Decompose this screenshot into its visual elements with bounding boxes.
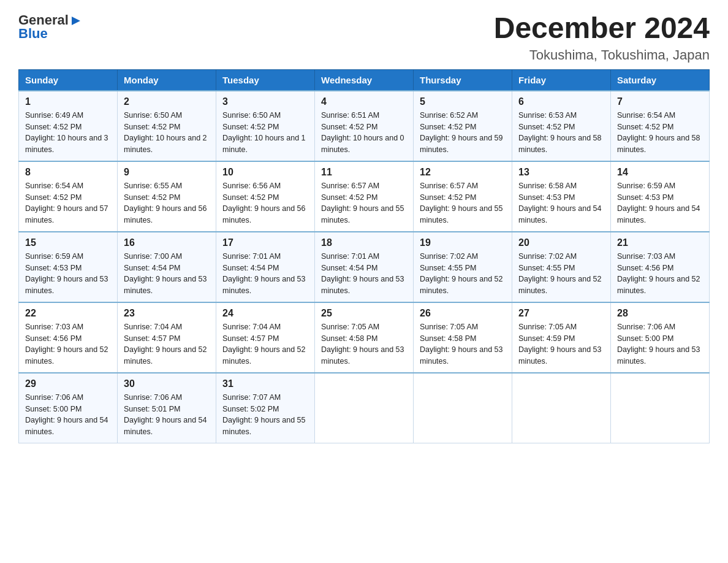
day-number: 18 [321, 237, 407, 248]
day-number: 30 [124, 378, 210, 389]
calendar-cell [315, 373, 414, 443]
day-number: 24 [222, 308, 308, 319]
day-number: 19 [420, 237, 506, 248]
calendar-header-row: SundayMondayTuesdayWednesdayThursdayFrid… [19, 69, 710, 91]
day-info: Sunrise: 7:04 AMSunset: 4:57 PMDaylight:… [124, 321, 210, 367]
day-info: Sunrise: 6:59 AMSunset: 4:53 PMDaylight:… [25, 251, 111, 297]
day-info: Sunrise: 7:05 AMSunset: 4:58 PMDaylight:… [420, 321, 506, 367]
day-info: Sunrise: 7:04 AMSunset: 4:57 PMDaylight:… [222, 321, 308, 367]
calendar-cell [611, 373, 710, 443]
svg-marker-0 [72, 17, 80, 25]
calendar-cell: 9Sunrise: 6:55 AMSunset: 4:52 PMDaylight… [118, 161, 216, 232]
location-title: Tokushima, Tokushima, Japan [494, 47, 710, 63]
day-number: 3 [222, 96, 308, 107]
calendar-cell: 23Sunrise: 7:04 AMSunset: 4:57 PMDayligh… [118, 302, 216, 373]
calendar-cell: 7Sunrise: 6:54 AMSunset: 4:52 PMDaylight… [611, 91, 710, 161]
day-number: 11 [321, 167, 407, 178]
day-number: 12 [420, 167, 506, 178]
calendar-cell: 31Sunrise: 7:07 AMSunset: 5:02 PMDayligh… [216, 373, 315, 443]
day-info: Sunrise: 6:57 AMSunset: 4:52 PMDaylight:… [321, 180, 407, 226]
calendar-cell: 11Sunrise: 6:57 AMSunset: 4:52 PMDayligh… [315, 161, 414, 232]
calendar-table: SundayMondayTuesdayWednesdayThursdayFrid… [18, 69, 710, 443]
day-info: Sunrise: 7:00 AMSunset: 4:54 PMDaylight:… [124, 251, 210, 297]
day-info: Sunrise: 6:58 AMSunset: 4:53 PMDaylight:… [518, 180, 604, 226]
day-info: Sunrise: 7:01 AMSunset: 4:54 PMDaylight:… [321, 251, 407, 297]
calendar-cell: 15Sunrise: 6:59 AMSunset: 4:53 PMDayligh… [19, 232, 118, 302]
day-number: 10 [222, 167, 308, 178]
header-monday: Monday [118, 69, 216, 91]
calendar-cell: 20Sunrise: 7:02 AMSunset: 4:55 PMDayligh… [512, 232, 611, 302]
calendar-cell: 18Sunrise: 7:01 AMSunset: 4:54 PMDayligh… [315, 232, 414, 302]
calendar-cell: 4Sunrise: 6:51 AMSunset: 4:52 PMDaylight… [315, 91, 414, 161]
header-wednesday: Wednesday [315, 69, 414, 91]
day-number: 6 [518, 96, 604, 107]
calendar-cell: 19Sunrise: 7:02 AMSunset: 4:55 PMDayligh… [414, 232, 512, 302]
header-saturday: Saturday [611, 69, 710, 91]
day-info: Sunrise: 7:06 AMSunset: 5:00 PMDaylight:… [25, 392, 111, 438]
calendar-cell: 3Sunrise: 6:50 AMSunset: 4:52 PMDaylight… [216, 91, 315, 161]
logo-blue-text: Blue [18, 26, 48, 42]
calendar-cell: 12Sunrise: 6:57 AMSunset: 4:52 PMDayligh… [414, 161, 512, 232]
day-info: Sunrise: 6:50 AMSunset: 4:52 PMDaylight:… [222, 110, 308, 156]
day-info: Sunrise: 6:55 AMSunset: 4:52 PMDaylight:… [124, 180, 210, 226]
calendar-cell [414, 373, 512, 443]
day-number: 5 [420, 96, 506, 107]
day-info: Sunrise: 7:06 AMSunset: 5:00 PMDaylight:… [617, 321, 703, 367]
day-number: 4 [321, 96, 407, 107]
calendar-cell: 17Sunrise: 7:01 AMSunset: 4:54 PMDayligh… [216, 232, 315, 302]
logo-arrow-icon [70, 15, 82, 26]
day-info: Sunrise: 6:57 AMSunset: 4:52 PMDaylight:… [420, 180, 506, 226]
header-thursday: Thursday [414, 69, 512, 91]
title-block: December 2024 Tokushima, Tokushima, Japa… [494, 12, 710, 63]
day-number: 9 [124, 167, 210, 178]
day-info: Sunrise: 6:50 AMSunset: 4:52 PMDaylight:… [124, 110, 210, 156]
day-info: Sunrise: 6:54 AMSunset: 4:52 PMDaylight:… [617, 110, 703, 156]
calendar-cell: 1Sunrise: 6:49 AMSunset: 4:52 PMDaylight… [19, 91, 118, 161]
header-sunday: Sunday [19, 69, 118, 91]
day-number: 21 [617, 237, 703, 248]
day-number: 31 [222, 378, 308, 389]
day-number: 16 [124, 237, 210, 248]
day-info: Sunrise: 7:02 AMSunset: 4:55 PMDaylight:… [518, 251, 604, 297]
calendar-cell: 26Sunrise: 7:05 AMSunset: 4:58 PMDayligh… [414, 302, 512, 373]
calendar-cell: 5Sunrise: 6:52 AMSunset: 4:52 PMDaylight… [414, 91, 512, 161]
day-number: 20 [518, 237, 604, 248]
day-number: 14 [617, 167, 703, 178]
day-info: Sunrise: 6:52 AMSunset: 4:52 PMDaylight:… [420, 110, 506, 156]
calendar-cell: 22Sunrise: 7:03 AMSunset: 4:56 PMDayligh… [19, 302, 118, 373]
calendar-cell: 6Sunrise: 6:53 AMSunset: 4:52 PMDaylight… [512, 91, 611, 161]
calendar-cell: 8Sunrise: 6:54 AMSunset: 4:52 PMDaylight… [19, 161, 118, 232]
day-info: Sunrise: 7:02 AMSunset: 4:55 PMDaylight:… [420, 251, 506, 297]
day-number: 26 [420, 308, 506, 319]
day-info: Sunrise: 7:05 AMSunset: 4:58 PMDaylight:… [321, 321, 407, 367]
day-number: 29 [25, 378, 111, 389]
calendar-cell: 30Sunrise: 7:06 AMSunset: 5:01 PMDayligh… [118, 373, 216, 443]
day-number: 28 [617, 308, 703, 319]
day-number: 22 [25, 308, 111, 319]
day-info: Sunrise: 7:07 AMSunset: 5:02 PMDaylight:… [222, 392, 308, 438]
calendar-cell: 2Sunrise: 6:50 AMSunset: 4:52 PMDaylight… [118, 91, 216, 161]
day-number: 7 [617, 96, 703, 107]
header-tuesday: Tuesday [216, 69, 315, 91]
calendar-cell: 16Sunrise: 7:00 AMSunset: 4:54 PMDayligh… [118, 232, 216, 302]
calendar-cell [512, 373, 611, 443]
day-number: 8 [25, 167, 111, 178]
calendar-week-row: 15Sunrise: 6:59 AMSunset: 4:53 PMDayligh… [19, 232, 710, 302]
month-title: December 2024 [494, 12, 710, 45]
day-info: Sunrise: 7:01 AMSunset: 4:54 PMDaylight:… [222, 251, 308, 297]
calendar-week-row: 22Sunrise: 7:03 AMSunset: 4:56 PMDayligh… [19, 302, 710, 373]
day-number: 27 [518, 308, 604, 319]
day-info: Sunrise: 7:05 AMSunset: 4:59 PMDaylight:… [518, 321, 604, 367]
calendar-cell: 25Sunrise: 7:05 AMSunset: 4:58 PMDayligh… [315, 302, 414, 373]
page-header: General Blue December 2024 Tokushima, To… [18, 12, 710, 63]
calendar-week-row: 8Sunrise: 6:54 AMSunset: 4:52 PMDaylight… [19, 161, 710, 232]
calendar-cell: 14Sunrise: 6:59 AMSunset: 4:53 PMDayligh… [611, 161, 710, 232]
calendar-cell: 21Sunrise: 7:03 AMSunset: 4:56 PMDayligh… [611, 232, 710, 302]
day-info: Sunrise: 7:06 AMSunset: 5:01 PMDaylight:… [124, 392, 210, 438]
calendar-cell: 28Sunrise: 7:06 AMSunset: 5:00 PMDayligh… [611, 302, 710, 373]
day-info: Sunrise: 7:03 AMSunset: 4:56 PMDaylight:… [617, 251, 703, 297]
day-info: Sunrise: 6:56 AMSunset: 4:52 PMDaylight:… [222, 180, 308, 226]
calendar-cell: 24Sunrise: 7:04 AMSunset: 4:57 PMDayligh… [216, 302, 315, 373]
header-friday: Friday [512, 69, 611, 91]
day-info: Sunrise: 6:51 AMSunset: 4:52 PMDaylight:… [321, 110, 407, 156]
